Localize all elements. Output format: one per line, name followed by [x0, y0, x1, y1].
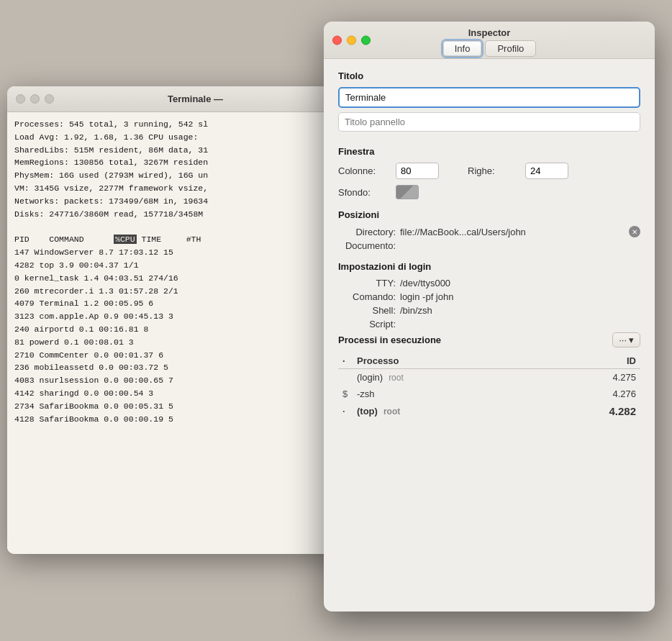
proc-bullet: · [338, 402, 353, 420]
inspector-minimize-button[interactable] [347, 35, 356, 45]
documento-label: Documento: [338, 240, 396, 251]
sfondo-label: Sfondo: [338, 187, 389, 198]
script-label: Script: [338, 319, 396, 329]
processi-options-button[interactable]: ··· ▾ [612, 332, 640, 347]
terminal-process-row: 4128 SafariBookma 0.0 00:00.19 5 [14, 413, 338, 426]
finestra-section: Colonne: Righe: Sfondo: [338, 163, 640, 199]
sfondo-color-box[interactable] [396, 185, 419, 199]
terminal-traffic-lights [16, 94, 54, 104]
terminal-maximize-button[interactable] [45, 94, 54, 104]
table-row: (login)root4.275 [338, 369, 640, 386]
inspector-close-button[interactable] [332, 35, 342, 45]
proc-name: (top)root [353, 402, 527, 420]
col-bullet: · [338, 353, 353, 369]
colonne-input[interactable] [396, 163, 439, 179]
processi-header: Processi in esecuzione ··· ▾ [338, 332, 640, 347]
panel-title-input[interactable] [338, 112, 640, 132]
righe-input[interactable] [525, 163, 568, 179]
inspector-body: Titolo Finestra Colonne: Righe: Sfondo: … [324, 59, 655, 612]
terminal-close-button[interactable] [16, 94, 25, 104]
proc-suffix: root [389, 373, 404, 383]
terminal-process-table: 147 WindowServer 8.7 17:03.12 154282 top… [14, 246, 338, 425]
cpu-header: %CPU [114, 235, 137, 244]
terminal-process-row: 147 WindowServer 8.7 17:03.12 15 [14, 246, 338, 259]
table-row: $-zsh4.276 [338, 386, 640, 402]
terminal-process-row: 3123 com.apple.Ap 0.9 00:45.13 3 [14, 310, 338, 323]
inspector-tabs: Info Profilo [442, 40, 537, 57]
processi-table: · Processo ID (login)root4.275$-zsh4.276… [338, 353, 640, 420]
terminal-process-row: 2734 SafariBookma 0.0 00:05.31 5 [14, 400, 338, 413]
terminal-process-row: 0 kernel_task 1.4 04:03.51 274/16 [14, 272, 338, 285]
terminal-minimize-button[interactable] [30, 94, 40, 104]
proc-bullet: $ [338, 386, 353, 402]
inspector-traffic-lights [332, 35, 371, 45]
inspector-title: Inspector [468, 27, 511, 38]
terminal-line: Load Avg: 1.92, 1.68, 1.36 CPU usage: [14, 131, 338, 144]
terminal-process-row: 236 mobileassetd 0.0 00:03.72 5 [14, 361, 338, 374]
processi-btn-chevron: ▾ [629, 335, 634, 345]
terminal-process-row: 260 mtrecorder.i 1.3 01:57.28 2/1 [14, 285, 338, 298]
inspector-maximize-button[interactable] [361, 35, 371, 45]
terminal-table-header: PID COMMAND %CPU TIME #TH [14, 233, 338, 246]
righe-label: Righe: [468, 165, 518, 176]
processi-btn-label: ··· [619, 335, 627, 345]
tab-profilo[interactable]: Profilo [485, 40, 536, 57]
tty-value: /dev/ttys000 [400, 278, 450, 288]
directory-label: Directory: [338, 227, 396, 237]
proc-bullet [338, 369, 353, 386]
terminal-title: Terminale — [54, 94, 337, 104]
terminal-process-row: 4142 sharingd 0.0 00:00.54 3 [14, 387, 338, 400]
titolo-section-label: Titolo [338, 71, 640, 81]
terminal-line: Networks: packets: 173499/68M in, 19634 [14, 195, 338, 208]
posizioni-section: Directory: file://MacBook...cal/Users/jo… [338, 226, 640, 251]
tty-label: TTY: [338, 278, 396, 288]
terminal-line: Processes: 545 total, 3 running, 542 sl [14, 118, 338, 131]
col-id: ID [527, 353, 640, 369]
terminal-process-row: 81 powerd 0.1 00:08.01 3 [14, 336, 338, 349]
terminal-content: Processes: 545 total, 3 running, 542 sl … [7, 112, 345, 554]
comando-label: Comando: [338, 291, 396, 302]
proc-suffix: root [383, 406, 400, 417]
posizioni-section-label: Posizioni [338, 209, 640, 220]
terminal-line: Disks: 247716/3860M read, 157718/3458M [14, 208, 338, 221]
proc-id: 4.276 [527, 386, 640, 402]
terminal-line: SharedLibs: 515M resident, 86M data, 31 [14, 144, 338, 157]
table-row: ·(top)root4.282 [338, 402, 640, 420]
processi-table-header-row: · Processo ID [338, 353, 640, 369]
directory-value: file://MacBook...cal/Users/john [400, 227, 625, 237]
inspector-window: Inspector Info Profilo Titolo Finestra C… [324, 22, 655, 612]
terminal-line: PhysMem: 16G used (2793M wired), 16G un [14, 169, 338, 182]
finestra-section-label: Finestra [338, 146, 640, 157]
shell-label: Shell: [338, 305, 396, 316]
terminal-line: VM: 3145G vsize, 2277M framework vsize, [14, 182, 338, 195]
terminal-titlebar: Terminale — [7, 86, 345, 112]
tab-info[interactable]: Info [442, 40, 483, 57]
comando-value: login -pf john [400, 291, 453, 302]
colonne-label: Colonne: [338, 165, 389, 176]
terminal-process-row: 4079 Terminal 1.2 00:05.95 6 [14, 297, 338, 310]
terminal-process-row: 240 airportd 0.1 00:16.81 8 [14, 323, 338, 336]
colonne-row: Colonne: Righe: [338, 163, 640, 179]
login-section-label: Impostazioni di login [338, 261, 640, 272]
terminal-window: Terminale — Processes: 545 total, 3 runn… [7, 86, 345, 554]
terminal-process-row: 2710 CommCenter 0.0 00:01.37 6 [14, 349, 338, 362]
sfondo-row: Sfondo: [338, 185, 640, 199]
proc-id: 4.275 [527, 369, 640, 386]
processi-table-body: (login)root4.275$-zsh4.276·(top)root4.28… [338, 369, 640, 421]
proc-id: 4.282 [527, 402, 640, 420]
proc-name: -zsh [353, 386, 527, 402]
processi-section-label: Processi in esecuzione [338, 335, 441, 345]
directory-clear-button[interactable]: ✕ [629, 226, 640, 237]
window-title-input[interactable] [338, 87, 640, 108]
inspector-titlebar: Inspector Info Profilo [324, 22, 655, 59]
shell-value: /bin/zsh [400, 305, 432, 316]
col-processo: Processo [353, 353, 527, 369]
terminal-process-row: 4083 nsurlsession 0.0 00:00.65 7 [14, 374, 338, 387]
login-section: TTY: /dev/ttys000 Comando: login -pf joh… [338, 278, 640, 329]
proc-name: (login)root [353, 369, 527, 386]
terminal-process-row: 4282 top 3.9 00:04.37 1/1 [14, 259, 338, 272]
terminal-line: MemRegions: 130856 total, 3267M residen [14, 156, 338, 169]
